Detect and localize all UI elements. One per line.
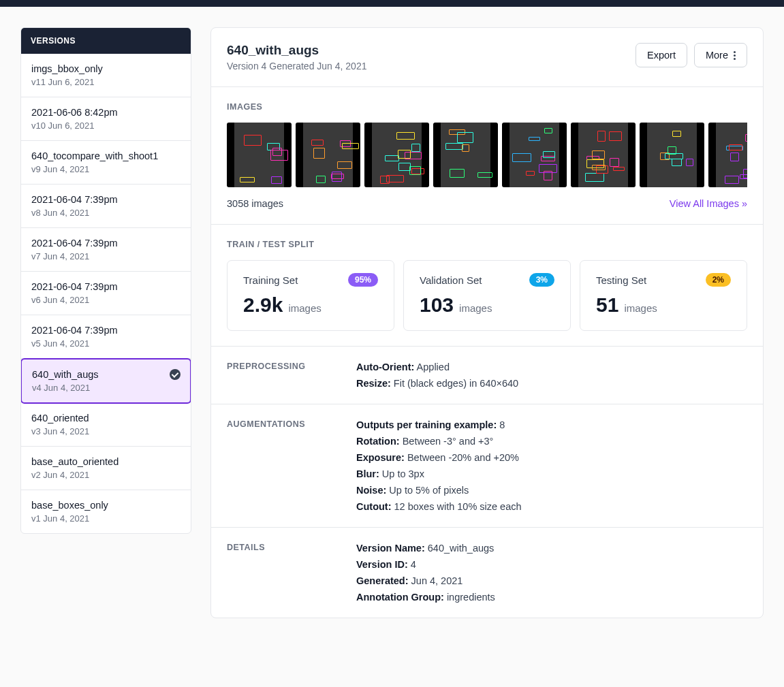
version-item-meta: v5 Jun 4, 2021 [31, 338, 181, 349]
version-item-title: imgs_bbox_only [31, 63, 181, 74]
version-item[interactable]: 2021-06-04 7:39pmv8 Jun 4, 2021 [21, 185, 191, 228]
version-item[interactable]: 640_orientedv3 Jun 4, 2021 [21, 403, 191, 447]
images-section-title: IMAGES [227, 102, 747, 112]
info-row: Auto-Orient: Applied [356, 362, 747, 372]
testing-pct-badge: 2% [706, 273, 731, 287]
images-count: 3058 images [227, 198, 283, 209]
training-card: Training Set 95% 2.9k images [227, 260, 394, 331]
image-thumbnail[interactable] [227, 123, 292, 187]
kebab-icon [734, 51, 736, 60]
version-item-meta: v1 Jun 4, 2021 [31, 513, 181, 524]
testing-card: Testing Set 2% 51 images [580, 260, 747, 331]
version-item[interactable]: 2021-06-04 7:39pmv6 Jun 4, 2021 [21, 272, 191, 315]
check-icon [170, 369, 181, 380]
version-item-meta: v10 Jun 6, 2021 [31, 121, 181, 131]
info-row: Cutout: 12 boxes with 10% size each [356, 501, 747, 512]
image-thumbnail[interactable] [640, 123, 704, 187]
image-thumbnail[interactable] [364, 123, 429, 187]
version-title: 640_with_augs [227, 43, 366, 58]
version-item[interactable]: 2021-06-06 8:42pmv10 Jun 6, 2021 [21, 97, 191, 141]
view-all-images-link[interactable]: View All Images » [670, 198, 747, 209]
version-item-title: 2021-06-04 7:39pm [31, 194, 181, 205]
augmentations-section: AUGMENTATIONS Outputs per training examp… [211, 404, 763, 528]
version-item[interactable]: 2021-06-04 7:39pmv7 Jun 4, 2021 [21, 228, 191, 272]
testing-unit: images [624, 302, 657, 314]
export-button[interactable]: Export [636, 43, 687, 67]
version-item[interactable]: 640_with_augsv4 Jun 4, 2021 [20, 358, 191, 404]
version-subtitle: Version 4 Generated Jun 4, 2021 [227, 61, 366, 71]
version-item[interactable]: 2021-06-04 7:39pmv5 Jun 4, 2021 [21, 315, 191, 359]
version-item-title: base_boxes_only [31, 500, 181, 511]
info-row: Blur: Up to 3px [356, 468, 747, 479]
info-row: Exposure: Between -20% and +20% [356, 452, 747, 463]
sidebar-header: VERSIONS [21, 28, 191, 54]
testing-value: 51 [596, 293, 618, 317]
images-section: IMAGES 3058 images View All Images » [211, 87, 763, 225]
version-item-meta: v9 Jun 4, 2021 [31, 164, 181, 174]
training-unit: images [288, 302, 321, 314]
top-bar [0, 0, 784, 7]
version-item[interactable]: base_auto_orientedv2 Jun 4, 2021 [21, 447, 191, 490]
image-thumbnail[interactable] [502, 123, 567, 187]
info-row: Version ID: 4 [356, 559, 747, 570]
info-row: Noise: Up to 5% of pixels [356, 485, 747, 496]
version-item-meta: v3 Jun 4, 2021 [31, 426, 181, 436]
version-item-meta: v2 Jun 4, 2021 [31, 470, 181, 480]
validation-label: Validation Set [420, 274, 482, 286]
version-item-title: base_auto_oriented [31, 456, 181, 467]
version-item-title: 2021-06-04 7:39pm [31, 281, 181, 292]
version-item-meta: v7 Jun 4, 2021 [31, 251, 181, 261]
image-thumbnail[interactable] [571, 123, 636, 187]
version-item-title: 640_oriented [31, 413, 181, 424]
image-thumbnail[interactable] [296, 123, 360, 187]
image-thumbnails [227, 123, 747, 187]
info-row: Rotation: Between -3° and +3° [356, 436, 747, 447]
version-item[interactable]: imgs_bbox_onlyv11 Jun 6, 2021 [21, 54, 191, 97]
validation-value: 103 [420, 293, 454, 317]
testing-label: Testing Set [596, 274, 646, 286]
version-item-title: 2021-06-04 7:39pm [31, 238, 181, 249]
version-item[interactable]: 640_tocompare_with_shoot1v9 Jun 4, 2021 [21, 141, 191, 185]
more-button[interactable]: More [694, 43, 747, 67]
version-item-meta: v6 Jun 4, 2021 [31, 295, 181, 305]
split-section-title: TRAIN / TEST SPLIT [227, 240, 747, 249]
version-item-title: 2021-06-06 8:42pm [31, 107, 181, 118]
info-row: Version Name: 640_with_augs [356, 543, 747, 554]
split-section: TRAIN / TEST SPLIT Training Set 95% 2.9k… [211, 225, 763, 347]
version-item[interactable]: base_boxes_onlyv1 Jun 4, 2021 [21, 490, 191, 533]
details-label: DETAILS [227, 543, 356, 603]
info-row: Resize: Fit (black edges) in 640×640 [356, 378, 747, 389]
image-thumbnail[interactable] [433, 123, 498, 187]
training-pct-badge: 95% [348, 273, 378, 287]
version-item-meta: v4 Jun 4, 2021 [32, 383, 180, 393]
validation-unit: images [459, 302, 492, 314]
header-actions: Export More [636, 43, 747, 67]
images-footer: 3058 images View All Images » [227, 198, 747, 209]
training-value: 2.9k [243, 293, 283, 317]
version-item-meta: v8 Jun 4, 2021 [31, 208, 181, 218]
main-panel: 640_with_augs Version 4 Generated Jun 4,… [210, 27, 764, 618]
info-row: Annotation Group: ingredients [356, 592, 747, 603]
version-item-meta: v11 Jun 6, 2021 [31, 77, 181, 87]
version-header: 640_with_augs Version 4 Generated Jun 4,… [211, 28, 763, 87]
info-row: Generated: Jun 4, 2021 [356, 575, 747, 586]
validation-pct-badge: 3% [529, 273, 554, 287]
version-item-title: 640_with_augs [32, 369, 180, 380]
details-section: DETAILS Version Name: 640_with_augsVersi… [211, 528, 763, 618]
training-label: Training Set [243, 274, 298, 286]
more-button-label: More [706, 50, 728, 61]
validation-card: Validation Set 3% 103 images [403, 260, 571, 331]
info-row: Outputs per training example: 8 [356, 419, 747, 430]
preprocessing-label: PREPROCESSING [227, 362, 356, 389]
augmentations-label: AUGMENTATIONS [227, 419, 356, 512]
version-item-title: 2021-06-04 7:39pm [31, 325, 181, 336]
versions-sidebar: VERSIONS imgs_bbox_onlyv11 Jun 6, 202120… [20, 27, 191, 534]
preprocessing-section: PREPROCESSING Auto-Orient: AppliedResize… [211, 347, 763, 404]
image-thumbnail[interactable] [708, 123, 747, 187]
page-layout: VERSIONS imgs_bbox_onlyv11 Jun 6, 202120… [0, 7, 784, 639]
version-item-title: 640_tocompare_with_shoot1 [31, 150, 181, 161]
